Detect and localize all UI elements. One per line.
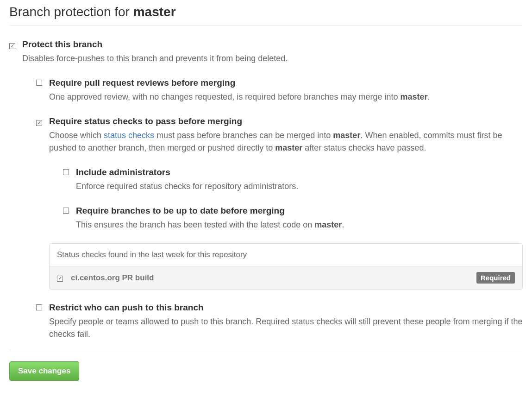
status-check-row: ci.centos.org PR build Required (50, 266, 522, 289)
setting-require-reviews: Require pull request reviews before merg… (36, 78, 523, 103)
setting-protect-branch: Protect this branch Disables force-pushe… (9, 39, 523, 341)
checkbox-require-reviews[interactable] (36, 80, 42, 86)
desc-include-admins: Enforce required status checks for repos… (76, 180, 523, 193)
label-up-to-date: Require branches to be up to date before… (76, 206, 523, 216)
page-title-prefix: Branch protection for (9, 5, 133, 19)
label-include-admins: Include administrators (76, 167, 523, 177)
setting-up-to-date: Require branches to be up to date before… (63, 206, 523, 231)
checkbox-protect-branch[interactable] (9, 43, 15, 49)
status-checks-box: Status checks found in the last week for… (49, 243, 523, 290)
page-title-branch: master (133, 5, 176, 19)
page-title: Branch protection for master (9, 5, 523, 25)
checkbox-require-status[interactable] (36, 120, 42, 126)
checkbox-include-admins[interactable] (63, 169, 69, 175)
save-button[interactable]: Save changes (9, 361, 79, 381)
desc-restrict-push: Specify people or teams allowed to push … (49, 316, 523, 341)
status-check-name: ci.centos.org PR build (71, 273, 476, 283)
label-protect-branch: Protect this branch (22, 39, 523, 50)
desc-protect-branch: Disables force-pushes to this branch and… (22, 52, 523, 65)
label-restrict-push: Restrict who can push to this branch (49, 303, 523, 313)
required-badge: Required (476, 272, 515, 284)
setting-include-admins: Include administrators Enforce required … (63, 167, 523, 193)
label-require-status: Require status checks to pass before mer… (49, 116, 523, 126)
status-checks-header: Status checks found in the last week for… (50, 244, 522, 266)
link-status-checks[interactable]: status checks (104, 131, 154, 140)
label-require-reviews: Require pull request reviews before merg… (49, 78, 523, 88)
desc-require-status: Choose which status checks must pass bef… (49, 129, 523, 154)
setting-restrict-push: Restrict who can push to this branch Spe… (36, 303, 523, 341)
checkbox-status-check-ci[interactable] (57, 276, 63, 282)
desc-up-to-date: This ensures the branch has been tested … (76, 219, 523, 231)
setting-require-status: Require status checks to pass before mer… (36, 116, 523, 290)
desc-require-reviews: One approved review, with no changes req… (49, 91, 523, 103)
checkbox-restrict-push[interactable] (36, 304, 42, 310)
checkbox-up-to-date[interactable] (63, 208, 69, 214)
